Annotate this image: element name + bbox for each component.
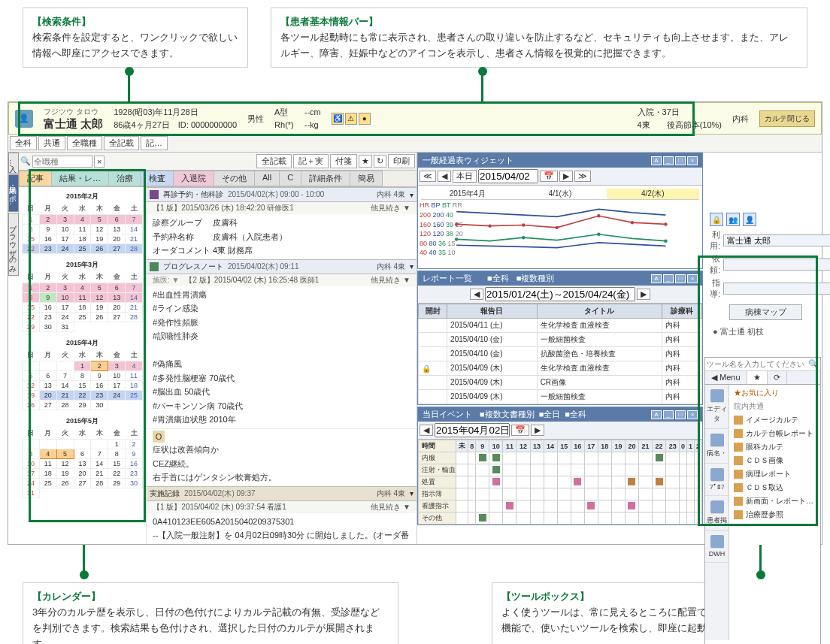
filter-detail[interactable]: 詳細条件 [301, 171, 350, 186]
event-cell[interactable] [468, 476, 476, 488]
event-cell[interactable] [584, 464, 598, 476]
event-cell[interactable] [516, 488, 530, 500]
event-cell[interactable] [639, 476, 653, 488]
tab-note[interactable]: 記… [141, 136, 168, 150]
report-row[interactable]: 2015/04/09 (木)一般細菌検査内科 [419, 390, 702, 404]
toolbox-item[interactable]: 新画面・レポート… [731, 494, 819, 508]
toolbox-item[interactable]: ＣＤＳ画像 [731, 454, 819, 467]
event-cell[interactable] [489, 476, 503, 488]
event-cell[interactable] [516, 476, 530, 488]
nav-first-button[interactable]: ≪ [420, 171, 436, 182]
lock-icon[interactable]: 🔒 [710, 213, 723, 226]
event-cell[interactable] [687, 488, 695, 500]
event-cell[interactable] [694, 464, 701, 476]
event-cell[interactable] [625, 500, 638, 512]
toolbox-side-item[interactable]: 病名・ [705, 429, 729, 464]
toolbox-item[interactable]: ＣＤＳ取込 [731, 481, 819, 494]
event-cell[interactable] [530, 488, 544, 500]
event-cell[interactable] [666, 488, 680, 500]
btn-attach[interactable]: 付箋 [330, 154, 357, 168]
event-cell[interactable] [571, 452, 584, 464]
report-col-header[interactable]: 開封 [419, 304, 447, 319]
event-cell[interactable] [653, 464, 666, 476]
section-revisit-header[interactable]: 再診予約・他科診 2015/04/02(木) 09:00 - 10:00 内科 … [147, 187, 417, 202]
event-cell[interactable] [557, 488, 571, 500]
close-chart-button[interactable]: カルテ閉じる [759, 110, 815, 127]
event-cell[interactable] [598, 500, 611, 512]
mini-calendar[interactable]: 2015年2月日月火水木金土12345678910111213141516171… [22, 190, 143, 254]
ev-next-button[interactable]: ▶ [531, 425, 544, 436]
event-cell[interactable] [584, 452, 598, 464]
event-cell[interactable] [611, 488, 625, 500]
request-field[interactable] [723, 259, 830, 271]
filter-simple[interactable]: 簡易 [350, 171, 383, 186]
event-cell[interactable] [666, 512, 680, 525]
filter-treat[interactable]: 治療 [108, 171, 141, 186]
event-cell[interactable] [611, 464, 625, 476]
event-cell[interactable] [598, 488, 611, 500]
event-cell[interactable] [557, 464, 571, 476]
event-cell[interactable] [694, 476, 701, 488]
tab-all-staff[interactable]: 全職種 [67, 136, 102, 150]
btn-print[interactable]: 印刷 [388, 154, 415, 168]
nav-prev-button[interactable]: ◀ [438, 171, 451, 182]
side-tab-browser[interactable]: ブラウザのみ [8, 213, 19, 276]
search-input[interactable] [32, 156, 92, 168]
event-cell[interactable] [584, 488, 598, 500]
event-cell[interactable] [625, 476, 638, 488]
event-cell[interactable] [516, 464, 530, 476]
event-cell[interactable] [694, 488, 701, 500]
event-cell[interactable] [544, 512, 557, 525]
section-exec-header[interactable]: 実施記録 2015/04/02(木) 09:37 内科 4東 ▾ [147, 486, 417, 501]
nav-last-button[interactable]: ≫ [574, 171, 591, 182]
event-cell[interactable] [516, 452, 530, 464]
event-cell[interactable] [687, 452, 695, 464]
event-cell[interactable] [557, 452, 571, 464]
report-next[interactable]: ▶ [637, 289, 650, 300]
event-cell[interactable] [530, 452, 544, 464]
btn-star[interactable]: ★ [359, 155, 372, 168]
event-cell[interactable] [625, 464, 638, 476]
toolbox-item[interactable]: 眼科カルテ [731, 440, 819, 454]
report-col-header[interactable]: タイトル [537, 304, 662, 319]
event-cell[interactable] [489, 500, 503, 512]
event-cell[interactable] [489, 488, 503, 500]
event-cell[interactable] [516, 500, 530, 512]
event-cell[interactable] [503, 500, 516, 512]
event-cell[interactable] [625, 512, 638, 525]
event-cell[interactable] [598, 476, 611, 488]
event-cell[interactable] [557, 500, 571, 512]
today-button[interactable]: 本日 [453, 170, 477, 183]
event-cell[interactable] [694, 500, 701, 512]
toolbox-history-tab[interactable]: ⟳ [768, 371, 787, 384]
event-cell[interactable] [639, 488, 653, 500]
event-cell[interactable] [666, 464, 680, 476]
event-cell[interactable] [530, 512, 544, 525]
event-cell[interactable] [680, 500, 687, 512]
event-cell[interactable] [503, 452, 516, 464]
mini-calendar[interactable]: 2015年3月日月火水木金土12345678910111213141516171… [22, 259, 143, 332]
event-cell[interactable] [544, 500, 557, 512]
event-cell[interactable] [530, 476, 544, 488]
toolbox-side-item[interactable]: 患者掲 [705, 496, 729, 531]
filter-result[interactable]: 結果・レ… [51, 171, 109, 186]
event-cell[interactable] [476, 488, 489, 500]
filter-exam[interactable]: 検査 [141, 171, 174, 186]
report-prev[interactable]: ◀ [470, 289, 483, 300]
filter-other[interactable]: その他 [214, 171, 255, 186]
ev-cal-button[interactable]: 📅 [511, 425, 529, 436]
search-clear-button[interactable]: × [94, 156, 105, 168]
event-cell[interactable] [625, 452, 638, 464]
event-cell[interactable] [571, 512, 584, 525]
event-cell[interactable] [611, 512, 625, 525]
event-cell[interactable] [653, 500, 666, 512]
event-cell[interactable] [653, 512, 666, 525]
event-cell[interactable] [544, 452, 557, 464]
event-cell[interactable] [639, 464, 653, 476]
event-cell[interactable] [544, 476, 557, 488]
event-cell[interactable] [503, 512, 516, 525]
event-cell[interactable] [639, 452, 653, 464]
report-row[interactable]: 2015/04/09 (木)CR画像内科 [419, 376, 702, 390]
event-cell[interactable] [694, 452, 701, 464]
event-cell[interactable] [476, 512, 489, 525]
